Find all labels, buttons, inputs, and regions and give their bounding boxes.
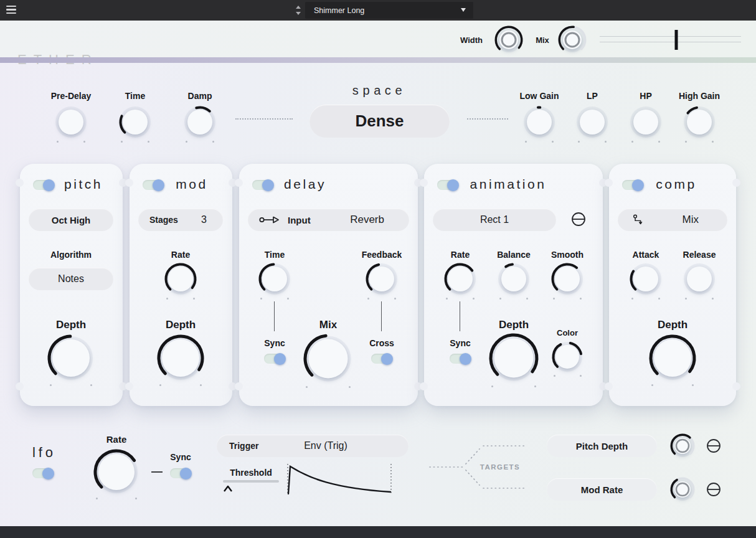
width-label: Width: [460, 35, 483, 45]
lp-knob[interactable]: [576, 106, 608, 138]
animation-smooth-knob[interactable]: [551, 263, 584, 295]
accent-bar: [0, 57, 756, 63]
target-pitch-depth-button[interactable]: Pitch Depth: [547, 435, 657, 457]
stages-value: 3: [201, 214, 207, 225]
low-gain-knob[interactable]: [523, 106, 555, 138]
pre-delay-label: Pre-Delay: [51, 91, 92, 101]
damp-knob[interactable]: [184, 106, 216, 138]
comp-enable-toggle[interactable]: [622, 180, 643, 190]
comp-depth-label: Depth: [658, 319, 687, 331]
preset-prev-icon[interactable]: [296, 6, 301, 9]
pitch-enable-toggle[interactable]: [33, 180, 54, 190]
animation-enable-toggle[interactable]: [437, 180, 458, 190]
dotted-divider-left: [235, 118, 293, 120]
delay-enable-toggle[interactable]: [252, 180, 273, 190]
threshold-label: Threshold: [230, 468, 272, 478]
target-mod-rate-amount-knob[interactable]: [670, 477, 695, 502]
target-pitch-depth-amount-knob[interactable]: [670, 433, 695, 458]
mod-rate-knob[interactable]: [164, 263, 197, 295]
delay-feedback-label: Feedback: [362, 250, 402, 260]
time-label: Time: [125, 91, 145, 101]
lfo-enable-toggle[interactable]: [32, 468, 54, 478]
threshold-slider[interactable]: [223, 480, 279, 483]
delay-cross-toggle[interactable]: [371, 354, 392, 364]
animation-depth-knob[interactable]: [489, 333, 539, 383]
delay-mix-label: Mix: [319, 319, 337, 331]
lfo-sync-toggle[interactable]: [170, 468, 191, 478]
space-mode-button[interactable]: Dense: [309, 105, 450, 138]
rate-sync-connector: [460, 301, 460, 331]
lfo-rate-knob[interactable]: [93, 449, 139, 495]
feedback-cross-connector: [381, 301, 382, 331]
trigger-selector[interactable]: Trigger Env (Trig): [217, 435, 409, 457]
comp-release-label: Release: [683, 250, 716, 260]
comp-attack-label: Attack: [633, 250, 659, 260]
pitch-depth-label: Depth: [56, 319, 86, 331]
mod-depth-label: Depth: [166, 319, 196, 331]
animation-sync-toggle[interactable]: [450, 354, 471, 364]
delay-sync-toggle[interactable]: [264, 354, 285, 364]
mod-depth-knob[interactable]: [157, 334, 204, 382]
animation-polarity-icon[interactable]: [571, 212, 586, 227]
envelope-graph: [284, 462, 394, 497]
hp-knob[interactable]: [630, 106, 662, 138]
trigger-label: Trigger: [229, 441, 258, 451]
pitch-depth-knob[interactable]: [47, 334, 95, 382]
rate-sync-dash: [151, 471, 163, 473]
lfo-rate-label: Rate: [106, 434, 127, 445]
width-knob[interactable]: [494, 26, 523, 54]
comp-release-knob[interactable]: [683, 263, 716, 295]
high-gain-label: High Gain: [679, 91, 720, 101]
pre-delay-knob[interactable]: [55, 106, 87, 138]
target-pitch-depth-label: Pitch Depth: [576, 441, 628, 451]
comp-mode-value: Mix: [683, 214, 699, 226]
high-gain-knob[interactable]: [683, 106, 716, 138]
delay-input-label: Input: [288, 215, 311, 225]
animation-rate-knob[interactable]: [444, 263, 476, 295]
preset-selector[interactable]: Shimmer Long: [305, 2, 473, 19]
threshold-marker-icon[interactable]: [222, 484, 234, 493]
target-pitch-depth-polarity-icon[interactable]: [706, 438, 721, 453]
mix-knob[interactable]: [558, 26, 587, 54]
delay-input-selector[interactable]: Input Reverb: [248, 209, 409, 231]
target-mod-rate-polarity-icon[interactable]: [706, 482, 721, 497]
lp-label: LP: [587, 91, 598, 101]
animation-sync-label: Sync: [450, 338, 470, 348]
animation-depth-label: Depth: [499, 319, 529, 331]
targets-label: TARGETS: [480, 463, 521, 471]
space-mode-value: Dense: [355, 111, 404, 131]
plugin-window: Shimmer Long ETHER Width Mix Pre-Delay T…: [0, 0, 756, 538]
pitch-mode-selector[interactable]: Oct High: [29, 209, 113, 231]
delay-time-knob[interactable]: [258, 263, 291, 295]
algorithm-value: Notes: [58, 273, 84, 285]
mod-title: mod: [176, 177, 208, 192]
comp-mode-selector[interactable]: Mix: [618, 209, 727, 231]
preset-next-icon[interactable]: [296, 12, 301, 15]
delay-mix-knob[interactable]: [303, 334, 353, 384]
comp-attack-knob[interactable]: [630, 263, 662, 295]
delay-feedback-knob[interactable]: [366, 263, 398, 295]
target-mod-rate-button[interactable]: Mod Rate: [547, 478, 657, 501]
stages-selector[interactable]: Stages 3: [138, 209, 223, 231]
stages-label: Stages: [149, 215, 178, 225]
comp-depth-knob[interactable]: [649, 334, 696, 382]
mod-enable-toggle[interactable]: [143, 180, 164, 190]
slider-handle[interactable]: [674, 30, 678, 50]
mod-rate-label: Rate: [171, 250, 190, 260]
time-knob[interactable]: [119, 106, 151, 138]
animation-shape-selector[interactable]: Rect 1: [433, 209, 556, 231]
header-slider[interactable]: [600, 34, 741, 45]
delay-sync-label: Sync: [264, 338, 285, 348]
delay-cross-label: Cross: [369, 338, 394, 348]
animation-balance-knob[interactable]: [498, 263, 530, 295]
algorithm-label: Algorithm: [50, 250, 92, 260]
pitch-mode-value: Oct High: [52, 215, 91, 225]
delay-time-label: Time: [265, 250, 285, 260]
menu-icon[interactable]: [6, 6, 16, 15]
titlebar: Shimmer Long: [0, 0, 756, 21]
algorithm-selector[interactable]: Notes: [29, 268, 113, 290]
mix-label: Mix: [536, 35, 549, 45]
pitch-title: pitch: [64, 177, 103, 192]
signal-route-icon: [259, 215, 280, 225]
animation-color-knob[interactable]: [552, 341, 583, 372]
